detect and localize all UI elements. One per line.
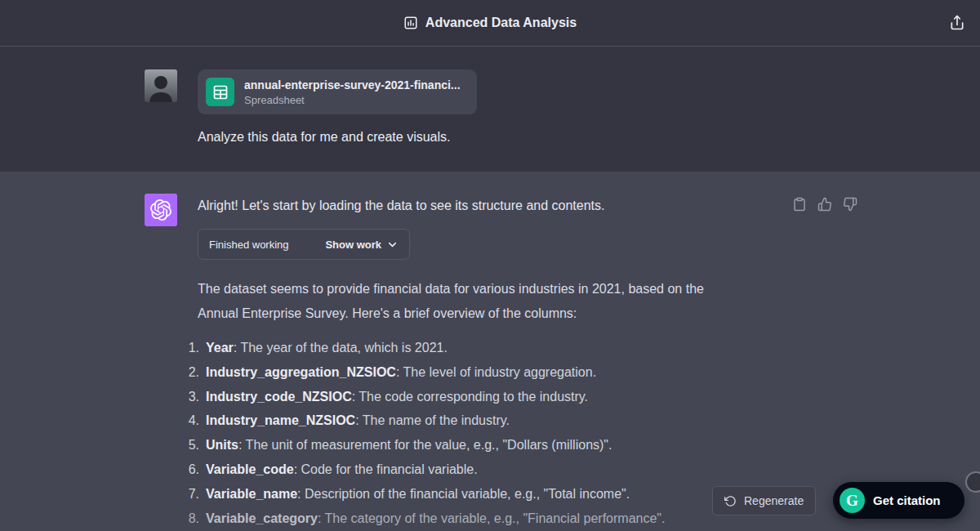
attachment-meta: annual-enterprise-survey-2021-financi...… xyxy=(244,78,461,106)
thumbs-up-icon xyxy=(817,197,832,212)
user-avatar xyxy=(145,69,177,102)
user-message-text: Analyze this data for me and create visu… xyxy=(198,130,980,145)
chatgpt-avatar xyxy=(145,194,177,226)
list-item: 1.Year: The year of the data, which is 2… xyxy=(181,336,980,360)
overview-text: The dataset seems to provide financial d… xyxy=(198,277,746,326)
list-item: 2.Industry_aggregation_NZSIOC: The level… xyxy=(181,360,980,385)
list-item: 4.Industry_name_NZSIOC: The name of the … xyxy=(181,408,980,433)
page-title: Advanced Data Analysis xyxy=(403,16,577,30)
attachment-card[interactable]: annual-enterprise-survey-2021-financi...… xyxy=(198,69,477,114)
page-title-label: Advanced Data Analysis xyxy=(425,16,577,30)
chevron-down-icon xyxy=(386,239,399,251)
copy-button[interactable] xyxy=(792,197,807,212)
attachment-filename: annual-enterprise-survey-2021-financi... xyxy=(244,78,461,91)
copy-icon xyxy=(792,197,807,212)
message-actions xyxy=(792,197,858,212)
list-item: 6.Variable_code: Code for the financial … xyxy=(181,457,980,482)
chat-page: Advanced Data Analysis xyxy=(0,0,980,531)
attachment-type: Spreadsheet xyxy=(244,94,461,106)
assistant-message: Alright! Let's start by loading the data… xyxy=(198,194,980,531)
regenerate-button[interactable]: Regenerate xyxy=(712,486,816,515)
thumbs-down-icon xyxy=(843,197,858,212)
get-citation-label: Get citation xyxy=(873,493,941,507)
thumbs-down-button[interactable] xyxy=(843,197,858,212)
thumbs-up-button[interactable] xyxy=(817,197,832,212)
grammarly-icon: G xyxy=(840,488,865,513)
finished-working-toggle[interactable]: Finished working Show work xyxy=(198,229,410,260)
regenerate-icon xyxy=(724,495,737,507)
openai-logo-icon xyxy=(150,199,172,221)
list-item: 3.Industry_code_NZSIOC: The code corresp… xyxy=(181,385,980,409)
share-icon xyxy=(949,15,965,31)
get-citation-button[interactable]: G Get citation xyxy=(833,482,964,519)
app-header: Advanced Data Analysis xyxy=(0,0,980,47)
spreadsheet-icon xyxy=(206,78,234,106)
share-button[interactable] xyxy=(946,11,969,34)
assistant-turn: Alright! Let's start by loading the data… xyxy=(0,172,980,531)
assistant-intro-text: Alright! Let's start by loading the data… xyxy=(198,194,753,216)
list-item: 5.Units: The unit of measurement for the… xyxy=(181,433,980,457)
user-message: annual-enterprise-survey-2021-financi...… xyxy=(198,69,980,172)
work-status-label: Finished working xyxy=(209,239,289,251)
regenerate-label: Regenerate xyxy=(744,494,804,507)
advanced-data-analysis-icon xyxy=(403,16,418,30)
show-work-label: Show work xyxy=(325,239,399,251)
user-turn: annual-enterprise-survey-2021-financi...… xyxy=(0,47,980,172)
